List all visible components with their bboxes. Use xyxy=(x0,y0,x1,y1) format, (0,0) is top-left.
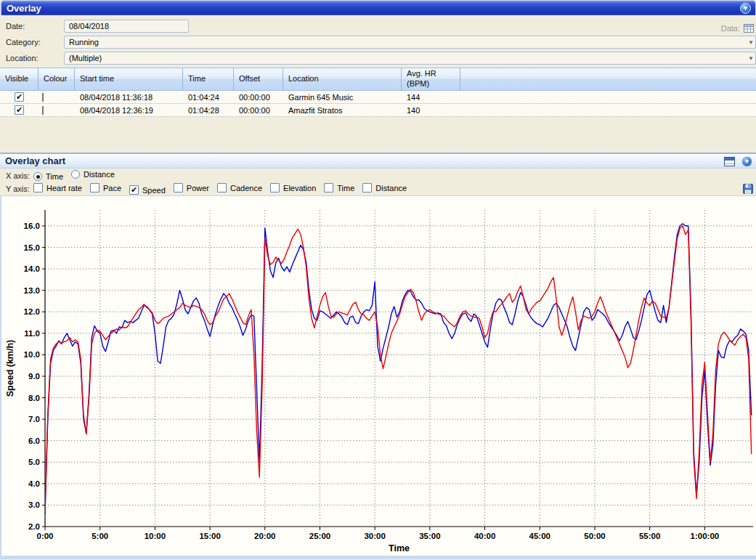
location-combobox[interactable]: (Multiple) ▼ xyxy=(64,52,756,65)
table-row[interactable]: ✔ 08/04/2018 12:36:19 01:04:28 00:00:00 … xyxy=(0,104,756,117)
svg-text:20:00: 20:00 xyxy=(254,532,275,540)
option-label: Elevation xyxy=(283,184,316,192)
svg-text:9.0: 9.0 xyxy=(28,372,40,381)
svg-text:5.0: 5.0 xyxy=(28,458,40,466)
checkbox-option-time[interactable]: Time xyxy=(324,183,354,192)
location-row: Location: (Multiple) ▼ xyxy=(0,50,756,66)
category-combobox[interactable]: Running ▼ xyxy=(64,36,756,49)
option-label: Speed xyxy=(142,186,166,195)
col-avg-hr[interactable]: Avg. HR (BPM) xyxy=(402,68,460,90)
svg-text:0:00: 0:00 xyxy=(36,532,53,540)
overlay-chart: 2.03.04.05.06.07.08.09.010.011.012.013.0… xyxy=(0,196,756,556)
svg-text:3.0: 3.0 xyxy=(28,500,40,509)
checkbox-option-power[interactable]: Power xyxy=(174,183,209,192)
radio-option-distance[interactable]: Distance xyxy=(71,170,115,179)
svg-text:13.0: 13.0 xyxy=(24,286,40,295)
radio-option-time[interactable]: Time xyxy=(33,172,63,181)
date-value: 08/04/2018 xyxy=(69,22,109,31)
colour-swatch[interactable] xyxy=(42,93,44,102)
svg-text:16.0: 16.0 xyxy=(24,222,40,230)
x-axis-controls: X axis: TimeDistance xyxy=(0,169,756,182)
row-offset: 00:00:00 xyxy=(234,106,283,115)
category-label: Category: xyxy=(0,38,64,46)
svg-text:2.0: 2.0 xyxy=(28,522,40,531)
svg-text:40:00: 40:00 xyxy=(474,532,495,540)
option-label: Time xyxy=(46,172,63,181)
col-time[interactable]: Time xyxy=(183,68,234,90)
table-row[interactable]: ✔ 08/04/2018 11:36:18 01:04:24 00:00:00 … xyxy=(0,91,756,104)
svg-text:6.0: 6.0 xyxy=(28,437,40,445)
checkbox-option-heart-rate[interactable]: Heart rate xyxy=(33,183,82,192)
checkbox-option-speed[interactable]: ✔Speed xyxy=(129,185,166,195)
colour-swatch[interactable] xyxy=(42,106,44,115)
collapse-chart-button[interactable]: ▼ xyxy=(741,156,752,167)
speed-chart-canvas: 2.03.04.05.06.07.08.09.010.011.012.013.0… xyxy=(1,196,756,554)
chevron-down-icon: ▼ xyxy=(744,159,750,165)
checkbox-icon[interactable] xyxy=(90,183,99,192)
col-visible[interactable]: Visible xyxy=(0,68,38,90)
chart-section-title: Overlay chart xyxy=(0,155,65,166)
window-split-icon[interactable] xyxy=(724,157,735,166)
row-time: 01:04:28 xyxy=(183,106,234,115)
option-label: Heart rate xyxy=(46,184,82,192)
checkbox-icon[interactable]: ✔ xyxy=(129,185,139,195)
svg-text:50:00: 50:00 xyxy=(584,532,605,540)
visible-checkbox[interactable]: ✔ xyxy=(15,105,24,115)
col-start-time[interactable]: Start time xyxy=(75,68,183,90)
row-avg-hr: 144 xyxy=(402,93,460,102)
svg-text:Time: Time xyxy=(389,543,410,553)
checkbox-option-distance[interactable]: Distance xyxy=(362,183,407,192)
option-label: Distance xyxy=(375,184,407,192)
location-value: (Multiple) xyxy=(69,54,102,62)
category-value: Running xyxy=(69,38,99,46)
date-label: Date: xyxy=(0,22,64,31)
checkbox-icon[interactable] xyxy=(174,183,183,192)
svg-text:10.0: 10.0 xyxy=(24,350,40,359)
data-label: Data: xyxy=(721,24,740,33)
svg-text:15.0: 15.0 xyxy=(24,243,40,252)
checkbox-option-elevation[interactable]: Elevation xyxy=(270,183,316,192)
svg-text:8.0: 8.0 xyxy=(28,394,40,402)
option-label: Time xyxy=(337,184,354,192)
spacer xyxy=(0,117,756,153)
overlay-panel: Overlay ▼ Date: 08/04/2018 Data: Categor… xyxy=(0,0,756,560)
svg-text:Speed (km/h): Speed (km/h) xyxy=(5,340,15,397)
row-start-time: 08/04/2018 11:36:18 xyxy=(75,93,183,102)
save-icon[interactable] xyxy=(743,184,753,194)
col-location[interactable]: Location xyxy=(283,68,402,90)
table-header: Visible Colour Start time Time Offset Lo… xyxy=(0,68,756,91)
location-label: Location: xyxy=(0,54,64,62)
col-colour[interactable]: Colour xyxy=(38,68,75,90)
radio-icon[interactable] xyxy=(33,172,42,181)
collapse-panel-button[interactable]: ▼ xyxy=(740,3,751,14)
checkbox-option-cadence[interactable]: Cadence xyxy=(217,183,262,192)
dropdown-arrow-icon[interactable]: ▼ xyxy=(748,55,754,62)
checkbox-icon[interactable] xyxy=(270,183,280,192)
row-offset: 00:00:00 xyxy=(234,93,283,102)
dropdown-arrow-icon[interactable]: ▼ xyxy=(748,39,754,46)
svg-text:15:00: 15:00 xyxy=(199,532,220,540)
row-location: Amazfit Stratos xyxy=(283,106,402,115)
row-avg-hr: 140 xyxy=(402,106,460,115)
checkbox-icon[interactable] xyxy=(217,183,227,192)
svg-text:14.0: 14.0 xyxy=(24,264,40,273)
col-filler xyxy=(460,68,756,90)
svg-text:25:00: 25:00 xyxy=(309,532,330,540)
svg-text:35:00: 35:00 xyxy=(419,532,440,540)
x-axis-label: X axis: xyxy=(0,171,33,180)
visible-checkbox[interactable]: ✔ xyxy=(15,92,24,102)
checkbox-option-pace[interactable]: Pace xyxy=(90,183,121,192)
date-row: Date: 08/04/2018 Data: xyxy=(0,18,756,34)
checkbox-icon[interactable] xyxy=(362,183,372,192)
activities-table: Visible Colour Start time Time Offset Lo… xyxy=(0,68,756,117)
option-label: Power xyxy=(187,184,209,192)
checkbox-icon[interactable] xyxy=(33,183,43,192)
date-input[interactable]: 08/04/2018 xyxy=(64,20,189,33)
radio-icon[interactable] xyxy=(71,170,80,179)
data-grid-icon[interactable] xyxy=(744,23,754,33)
bottom-frame xyxy=(0,556,756,559)
checkbox-icon[interactable] xyxy=(324,183,333,192)
panel-titlebar: Overlay ▼ xyxy=(0,0,756,15)
overlay-form: Date: 08/04/2018 Data: Category: Running… xyxy=(0,15,756,68)
col-offset[interactable]: Offset xyxy=(234,68,283,90)
